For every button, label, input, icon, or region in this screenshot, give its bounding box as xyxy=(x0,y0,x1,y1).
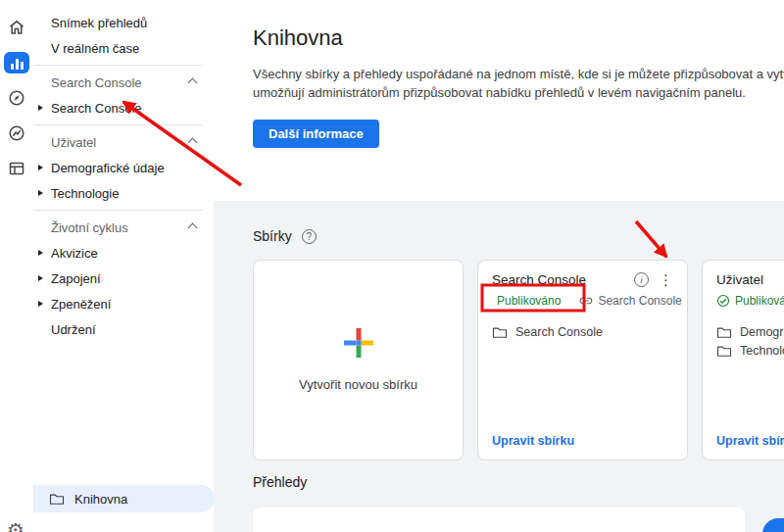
sidebar-divider xyxy=(33,65,202,66)
advertising-icon[interactable] xyxy=(4,122,29,144)
sidebar-item-demographics[interactable]: Demografické údaje xyxy=(33,155,214,180)
card-status-row: Publikováno Search Console xyxy=(492,294,673,308)
create-collection-label: Vytvořit novou sbírku xyxy=(299,377,417,392)
sidebar-section-lifecycle[interactable]: Životní cyklus xyxy=(33,215,214,240)
page-description-line1: Všechny sbírky a přehledy uspořádané na … xyxy=(253,65,784,83)
sidebar-item-label: Akvizice xyxy=(51,246,98,261)
sidebar-item-label: Zapojení xyxy=(51,271,101,286)
page-title: Knihovna xyxy=(253,25,784,51)
sidebar-section-label: Uživatel xyxy=(51,135,96,150)
sidebar-section-label: Životní cyklus xyxy=(51,220,128,235)
sidebar-divider xyxy=(33,124,202,125)
sidebar-item-label: V reálném čase xyxy=(51,41,139,56)
sidebar-item-tech[interactable]: Technologie xyxy=(33,180,214,206)
card-folders: Demografické údaje Technologie xyxy=(716,325,784,358)
sidebar-item-realtime[interactable]: V reálném čase xyxy=(33,35,214,61)
folder-label: Technologie xyxy=(740,344,784,358)
sidebar-section-label: Search Console xyxy=(51,75,142,90)
reports-icon[interactable] xyxy=(4,52,29,73)
page-description: Všechny sbírky a přehledy uspořádané na … xyxy=(253,65,784,102)
card-status-row: Publikováno xyxy=(716,294,784,308)
sidebar-item-monetization[interactable]: Zpeněžení xyxy=(33,291,214,316)
expand-triangle-icon xyxy=(38,250,43,256)
report-nav-sidebar: Snímek přehledů V reálném čase Search Co… xyxy=(33,0,214,532)
folder-icon xyxy=(716,326,732,339)
app-rail: ⚙ xyxy=(0,0,33,532)
card-title: Search Console xyxy=(492,272,586,287)
collections-title-row: Sbírky ? xyxy=(253,228,784,244)
folder-row: Technologie xyxy=(716,344,784,358)
help-circle-icon[interactable]: ? xyxy=(302,229,317,244)
settings-gear-icon[interactable]: ⚙ xyxy=(7,520,24,532)
sidebar-divider xyxy=(33,210,202,211)
kebab-menu-icon[interactable]: ⋮ xyxy=(659,272,673,287)
card-icons: i ⋮ xyxy=(634,272,673,287)
home-icon[interactable] xyxy=(4,17,29,38)
sidebar-item-label: Knihovna xyxy=(74,492,127,507)
create-collection-card[interactable]: Vytvořit novou sbírku xyxy=(253,260,464,460)
sidebar-item-label: Snímek přehledů xyxy=(51,16,147,30)
expand-triangle-icon xyxy=(38,301,43,307)
expand-triangle-icon xyxy=(38,105,43,111)
sidebar-item-library-selected[interactable]: Knihovna xyxy=(33,485,215,512)
sidebar-section-search-console[interactable]: Search Console xyxy=(33,70,214,95)
collection-cards-row: Vytvořit novou sbírku Search Console i ⋮ xyxy=(253,260,784,460)
collections-section: Sbírky ? Vytvořit novou sbírku Sea xyxy=(214,201,784,532)
reports-heading: Přehledy xyxy=(253,474,784,490)
folder-row: Search Console xyxy=(492,325,673,339)
sidebar-item-label: Udržení xyxy=(51,322,96,337)
sidebar-item-acquisition[interactable]: Akvizice xyxy=(33,240,214,266)
linked-property: Search Console xyxy=(579,294,681,308)
expand-triangle-icon xyxy=(38,190,43,196)
sidebar-item-retention[interactable]: Udržení xyxy=(33,316,214,342)
folder-icon xyxy=(49,493,65,506)
card-body: Search Console i ⋮ Publikováno xyxy=(478,261,687,351)
sidebar-item-engagement[interactable]: Zapojení xyxy=(33,266,214,291)
expand-triangle-icon xyxy=(38,165,43,170)
status-badge: Publikováno xyxy=(735,294,784,308)
card-body: Uživatel Publikováno xyxy=(703,261,784,369)
library-table-icon[interactable] xyxy=(4,158,29,179)
collection-card-user: Uživatel Publikováno xyxy=(702,260,784,460)
chevron-up-icon xyxy=(188,137,198,147)
folder-row: Demografické údaje xyxy=(716,325,784,339)
sidebar-item-label: Zpeněžení xyxy=(51,297,111,312)
check-circle-icon xyxy=(716,294,730,308)
page-description-line2: umožňují administrátorům přizpůsobovat n… xyxy=(253,83,784,102)
folder-icon xyxy=(492,326,508,339)
chevron-up-icon xyxy=(188,222,198,232)
folder-icon xyxy=(716,345,732,358)
card-header: Uživatel xyxy=(716,272,784,287)
sidebar-item-reports-snapshot[interactable]: Snímek přehledů xyxy=(33,10,214,35)
sidebar-item-search-console[interactable]: Search Console xyxy=(33,95,214,121)
card-title: Uživatel xyxy=(716,272,763,287)
reports-table-panel xyxy=(253,508,745,532)
card-folders: Search Console xyxy=(492,325,673,339)
collections-heading: Sbírky xyxy=(253,228,292,244)
card-header: Search Console i ⋮ xyxy=(492,272,673,287)
sidebar-section-user[interactable]: Uživatel xyxy=(33,129,214,155)
library-header: Knihovna Všechny sbírky a přehledy uspoř… xyxy=(214,0,784,148)
sidebar-item-label: Technologie xyxy=(51,186,119,201)
status-badge: Publikováno xyxy=(497,294,561,308)
sidebar-item-label: Demografické údaje xyxy=(51,161,165,175)
edit-collection-link[interactable]: Upravit sbírku xyxy=(716,434,784,448)
google-plus-icon xyxy=(344,328,373,358)
learn-more-button[interactable]: Další informace xyxy=(253,120,379,148)
chevron-up-icon xyxy=(188,77,198,87)
collection-card-search-console: Search Console i ⋮ Publikováno xyxy=(477,260,688,460)
expand-triangle-icon xyxy=(38,275,43,281)
edit-collection-link[interactable]: Upravit sbírku xyxy=(492,434,574,448)
main-content: Knihovna Všechny sbírky a přehledy uspoř… xyxy=(214,0,784,532)
linked-property-label: Search Console xyxy=(598,294,681,308)
link-icon xyxy=(579,294,593,308)
folder-label: Demografické údaje xyxy=(740,325,784,339)
folder-label: Search Console xyxy=(515,325,603,339)
info-icon[interactable]: i xyxy=(634,272,649,287)
sidebar-item-label: Search Console xyxy=(51,101,142,116)
explore-icon[interactable] xyxy=(4,87,29,109)
